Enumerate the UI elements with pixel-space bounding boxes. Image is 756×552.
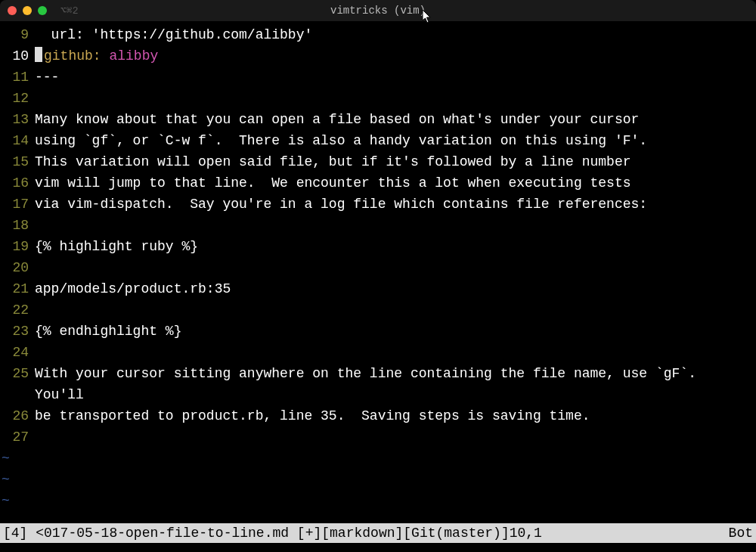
line-23: 23 {% endhighlight %}	[0, 321, 756, 342]
line-content: app/models/product.rb:35	[35, 278, 756, 299]
line-content	[35, 426, 756, 448]
titlebar-title: vimtricks (vim)	[330, 5, 426, 17]
status-right: Bot	[729, 523, 753, 543]
editor-area[interactable]: 9 url: 'https://github.com/alibby' 10 gi…	[0, 21, 756, 523]
line-number: 10	[0, 45, 35, 67]
line-number: 25	[0, 363, 35, 405]
tilde: ~	[2, 448, 756, 469]
line-content	[35, 342, 756, 363]
line-17: 17 via vim-dispatch. Say you're in a log…	[0, 194, 756, 215]
line-number: 15	[0, 151, 35, 172]
line-25: 25 With your cursor sitting anywhere on …	[0, 363, 756, 405]
line-content: {% highlight ruby %}	[35, 236, 756, 257]
line-20: 20	[0, 257, 756, 278]
line-content: ---	[35, 67, 756, 88]
line-9: 9 url: 'https://github.com/alibby'	[0, 24, 756, 45]
yaml-value: alibby	[109, 48, 158, 64]
line-content	[35, 88, 756, 109]
line-21: 21 app/models/product.rb:35	[0, 278, 756, 299]
line-number: 20	[0, 257, 35, 278]
line-number: 18	[0, 215, 35, 236]
line-number: 26	[0, 405, 35, 426]
line-number: 22	[0, 299, 35, 321]
line-content	[35, 257, 756, 278]
line-content	[35, 299, 756, 321]
terminal-window: ⌥⌘2 vimtricks (vim) 9 url: 'https://gith…	[0, 0, 756, 552]
titlebar-hint: ⌥⌘2	[60, 5, 78, 17]
traffic-lights	[8, 6, 47, 15]
titlebar: ⌥⌘2 vimtricks (vim)	[0, 0, 756, 21]
empty-lines: ~ ~ ~	[0, 448, 756, 511]
line-number: 14	[0, 130, 35, 151]
line-number: 23	[0, 321, 35, 342]
line-10: 10 github: alibby	[0, 45, 756, 67]
line-content: {% endhighlight %}	[35, 321, 756, 342]
line-13: 13 Many know about that you can open a f…	[0, 109, 756, 130]
line-content: using `gf`, or `C-w f`. There is also a …	[35, 130, 756, 151]
line-12: 12	[0, 88, 756, 109]
line-number: 19	[0, 236, 35, 257]
cursor	[35, 47, 42, 62]
line-24: 24	[0, 342, 756, 363]
line-number: 13	[0, 109, 35, 130]
line-content: be transported to product.rb, line 35. S…	[35, 405, 756, 426]
line-number: 16	[0, 172, 35, 194]
close-button[interactable]	[8, 6, 17, 15]
line-content: github: alibby	[35, 45, 756, 67]
line-number: 27	[0, 426, 35, 448]
line-number: 11	[0, 67, 35, 88]
line-number: 12	[0, 88, 35, 109]
line-content: With your cursor sitting anywhere on the…	[35, 363, 756, 405]
line-number: 9	[0, 24, 35, 45]
status-left: [4] <017-05-18-open-file-to-line.md [+][…	[3, 523, 542, 543]
tilde: ~	[2, 490, 756, 511]
line-content: vim will jump to that line. We encounter…	[35, 172, 756, 194]
line-27: 27	[0, 426, 756, 448]
line-14: 14 using `gf`, or `C-w f`. There is also…	[0, 130, 756, 151]
minimize-button[interactable]	[23, 6, 32, 15]
line-16: 16 vim will jump to that line. We encoun…	[0, 172, 756, 194]
line-content: Many know about that you can open a file…	[35, 109, 756, 130]
line-18: 18	[0, 215, 756, 236]
line-content: via vim-dispatch. Say you're in a log fi…	[35, 194, 756, 215]
line-number: 24	[0, 342, 35, 363]
line-19: 19 {% highlight ruby %}	[0, 236, 756, 257]
tilde: ~	[2, 469, 756, 490]
line-content: url: 'https://github.com/alibby'	[35, 24, 756, 45]
line-22: 22	[0, 299, 756, 321]
line-content: This variation will open said file, but …	[35, 151, 756, 172]
line-26: 26 be transported to product.rb, line 35…	[0, 405, 756, 426]
line-number: 17	[0, 194, 35, 215]
line-15: 15 This variation will open said file, b…	[0, 151, 756, 172]
status-bar: [4] <017-05-18-open-file-to-line.md [+][…	[0, 523, 756, 543]
line-11: 11 ---	[0, 67, 756, 88]
line-number: 21	[0, 278, 35, 299]
line-content	[35, 215, 756, 236]
bottom-pad	[0, 543, 756, 552]
maximize-button[interactable]	[38, 6, 47, 15]
yaml-key: github:	[44, 48, 101, 64]
